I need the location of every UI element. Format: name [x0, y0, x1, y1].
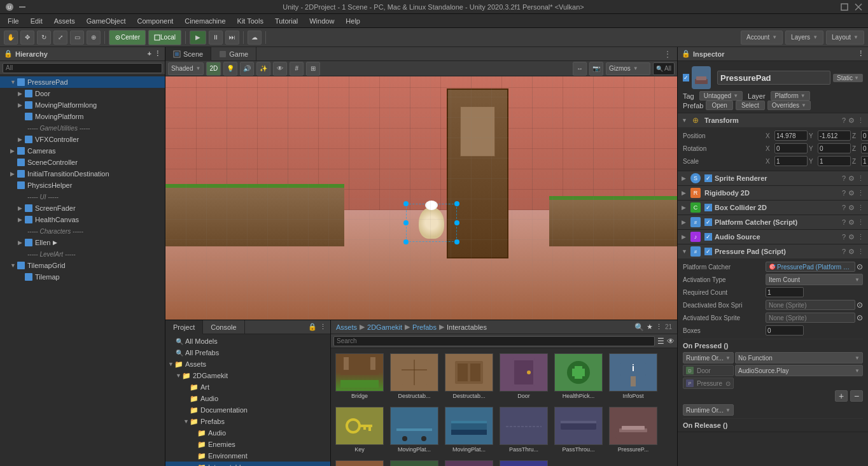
- maximize-icon[interactable]: [840, 3, 849, 11]
- asset-destructable1[interactable]: Destructab...: [388, 351, 440, 402]
- rigidbody-help-icon[interactable]: ?: [842, 189, 846, 197]
- pressurepad-help-icon[interactable]: ?: [842, 248, 846, 255]
- audiosource-settings-icon[interactable]: ⚙: [848, 233, 855, 241]
- asset-infopost[interactable]: i InfoPost: [607, 351, 659, 402]
- menu-tutorial[interactable]: Tutorial: [270, 16, 303, 26]
- hierarchy-more-icon[interactable]: ⋮: [154, 50, 161, 58]
- tab-game[interactable]: Game: [211, 47, 256, 61]
- audiosource-help-icon[interactable]: ?: [842, 233, 846, 241]
- runtime-dropdown-1[interactable]: Runtime Or... ▼: [683, 352, 734, 364]
- activated-sprite-ref[interactable]: None (Sprite): [766, 313, 855, 323]
- play-button[interactable]: ▶: [190, 31, 206, 45]
- hierarchy-item-ellen[interactable]: ▶ Ellen ▶: [0, 237, 165, 248]
- project-item-assets[interactable]: ▼ 📁 Assets: [165, 358, 330, 370]
- asset-door[interactable]: Door: [498, 351, 550, 402]
- rotate-tool-button[interactable]: ↻: [37, 31, 51, 45]
- asset-pressurepad[interactable]: PressureP...: [607, 404, 659, 455]
- activated-sprite-target[interactable]: ⊙: [857, 313, 863, 322]
- hidden-objects-button[interactable]: 👁: [273, 62, 287, 76]
- scale-tool-button[interactable]: ⤢: [53, 31, 67, 45]
- event-add-button[interactable]: +: [835, 390, 848, 402]
- hierarchy-add-icon[interactable]: +: [148, 50, 151, 58]
- inspector-lock-icon[interactable]: 🔒: [682, 50, 690, 58]
- project-item-art[interactable]: ▶ 📁 Art: [165, 381, 330, 393]
- platformcatcher-help-icon[interactable]: ?: [842, 218, 846, 226]
- project-item-audio[interactable]: ▶ 📁 Audio: [165, 393, 330, 404]
- object-name-input[interactable]: [717, 71, 830, 85]
- 2d-mode-button[interactable]: 2D: [206, 62, 221, 76]
- required-count-value[interactable]: 1: [766, 287, 804, 297]
- camera-btn[interactable]: 📷: [589, 62, 603, 76]
- runtime-dropdown-2[interactable]: Runtime Or... ▼: [683, 404, 734, 416]
- prefab-overrides-dropdown[interactable]: Overrides ▼: [767, 101, 811, 110]
- lights-button[interactable]: 💡: [223, 62, 237, 76]
- platformcatcher-header[interactable]: ▶ # Platform Catcher (Script) ? ⚙ ⋮: [678, 215, 868, 229]
- hierarchy-item-physicshelper[interactable]: ▶ PhysicsHelper: [0, 180, 165, 191]
- rigidbody-settings-icon[interactable]: ⚙: [848, 189, 855, 197]
- asset-destructable2[interactable]: Destructab...: [443, 351, 495, 402]
- static-dropdown[interactable]: Static ▼: [833, 74, 863, 82]
- scene-viewport[interactable]: [165, 76, 677, 320]
- project-item-documentation[interactable]: ▶ 📁 Documentation: [165, 404, 330, 416]
- project-item-allprefabs[interactable]: 🔍 All Prefabs: [165, 347, 330, 358]
- menu-edit[interactable]: Edit: [25, 16, 48, 26]
- collider-enabled[interactable]: [704, 204, 712, 211]
- prefab-open-button[interactable]: Open: [706, 101, 732, 110]
- assets-eye-btn[interactable]: 👁: [667, 337, 675, 346]
- platformcatcher-more-icon[interactable]: ⋮: [857, 218, 864, 227]
- scale-x[interactable]: 1: [774, 156, 808, 166]
- transform-more-icon[interactable]: ⋮: [857, 117, 864, 125]
- rigidbody-more-icon[interactable]: ⋮: [857, 189, 864, 197]
- gizmos-dropdown[interactable]: Gizmos ▼: [606, 62, 650, 75]
- hierarchy-item-ui[interactable]: ▶ ----- UI -----: [0, 191, 165, 202]
- asset-teleporter[interactable]: Teleporter: [498, 458, 550, 466]
- project-item-2dgamekit[interactable]: ▼ 📁 2DGamekit: [165, 370, 330, 381]
- project-item-prefabs[interactable]: ▼ 📁 Prefabs: [165, 416, 330, 427]
- project-item-environment[interactable]: ▶ 📁 Environment: [165, 450, 330, 462]
- asset-movingplat1[interactable]: MovingPlat...: [388, 404, 440, 455]
- deactivated-sprite-ref[interactable]: None (Sprite): [766, 300, 855, 310]
- menu-file[interactable]: File: [3, 16, 24, 26]
- project-item-prefabs-audio[interactable]: ▶ 📁 Audio: [165, 427, 330, 439]
- menu-assets[interactable]: Assets: [49, 16, 80, 26]
- inspector-more-icon[interactable]: ⋮: [857, 50, 864, 58]
- layer-dropdown[interactable]: Platform ▼: [771, 91, 810, 101]
- pressurepad-more-icon[interactable]: ⋮: [857, 248, 864, 256]
- audiosource-more-icon[interactable]: ⋮: [857, 233, 864, 241]
- hierarchy-item-scenecontroller[interactable]: ▶ SceneController: [0, 157, 165, 168]
- function-dropdown-1[interactable]: No Function ▼: [735, 352, 863, 364]
- hierarchy-item-vfxcontroller[interactable]: ▶ VFXController: [0, 134, 165, 145]
- menu-component[interactable]: Component: [132, 16, 178, 26]
- assets-more-icon[interactable]: ⋮: [655, 323, 662, 331]
- asset-key[interactable]: Key: [333, 404, 386, 455]
- hierarchy-item-pressurepad[interactable]: ▼ PressurePad: [0, 76, 165, 88]
- tab-scene[interactable]: Scene: [165, 47, 211, 61]
- breadcrumb-prefabs[interactable]: Prefabs: [412, 323, 437, 331]
- tag-dropdown[interactable]: Untagged ▼: [699, 91, 743, 101]
- hierarchy-item-screenfader[interactable]: ▶ ScreenFader: [0, 202, 165, 214]
- collider-more-icon[interactable]: ⋮: [857, 204, 864, 212]
- scene-more-icon[interactable]: ⋮: [663, 49, 672, 59]
- audio-scene-button[interactable]: 🔊: [240, 62, 254, 76]
- collider-settings-icon[interactable]: ⚙: [848, 204, 855, 212]
- collider-help-icon[interactable]: ?: [842, 204, 846, 211]
- pressurepad-script-enabled[interactable]: [704, 248, 712, 255]
- assets-search-icon[interactable]: 🔍: [634, 323, 644, 332]
- hierarchy-item-tilemapgrid[interactable]: ▼ TilemapGrid: [0, 260, 165, 271]
- rigidbody2d-header[interactable]: ▶ R Rigidbody 2D ? ⚙ ⋮: [678, 186, 868, 200]
- menu-window[interactable]: Window: [304, 16, 339, 26]
- grid-button[interactable]: #: [290, 62, 304, 76]
- pause-button[interactable]: ⏸: [209, 31, 223, 45]
- rotation-y[interactable]: 0: [818, 143, 851, 153]
- close-icon[interactable]: [854, 3, 863, 11]
- layout-button[interactable]: Layout ▼: [826, 31, 864, 45]
- pressure-ref[interactable]: P Pressure ⊙: [683, 378, 734, 389]
- assets-search-input[interactable]: [333, 336, 655, 346]
- breadcrumb-2dgamekit[interactable]: 2DGamekit: [367, 323, 402, 331]
- sprite-more-icon[interactable]: ⋮: [857, 174, 864, 183]
- asset-reusable[interactable]: ReusableS...: [388, 458, 440, 466]
- deactivated-sprite-target[interactable]: ⊙: [857, 300, 863, 309]
- scale-z[interactable]: 1: [861, 156, 868, 166]
- asset-singleuse[interactable]: SingleUse...: [443, 458, 495, 466]
- menu-kittools[interactable]: Kit Tools: [232, 16, 269, 26]
